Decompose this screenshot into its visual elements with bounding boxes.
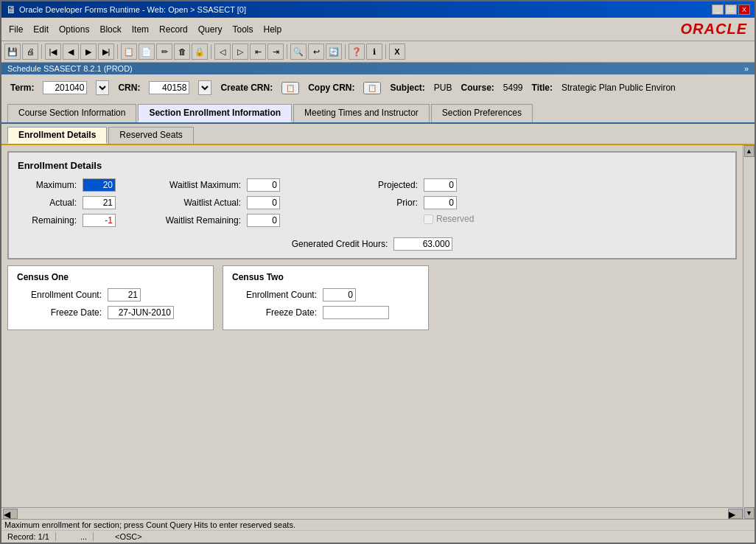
menu-query[interactable]: Query (194, 23, 227, 36)
toolbar-btn-2[interactable]: ◀ (63, 43, 79, 60)
record-status: Record: 1/1 (4, 532, 56, 541)
toolbar-btn-7[interactable]: ✏ (156, 43, 172, 60)
toolbar-btn-12[interactable]: ⇤ (250, 43, 266, 60)
toolbar-btn-13[interactable]: ⇥ (267, 43, 284, 60)
prior-input[interactable] (424, 196, 457, 209)
tab-enrollment-details[interactable]: Enrollment Details (7, 127, 107, 144)
projected-label: Projected: (366, 180, 418, 190)
main-content: Enrollment Details Maximum: Actual: (1, 145, 743, 507)
waitlist-remaining-input[interactable] (247, 214, 280, 227)
content-area: Enrollment Details Maximum: Actual: (1, 145, 755, 519)
oracle-logo: ORACLE (681, 21, 747, 38)
waitlist-max-row: Waitlist Maximum: (145, 178, 337, 192)
census-one-freeze-input[interactable] (108, 306, 174, 319)
waitlist-actual-label: Waitlist Actual: (145, 198, 241, 208)
app-window: 🖥 Oracle Developer Forms Runtime - Web: … (0, 0, 756, 544)
tab-course-section[interactable]: Course Section Information (7, 104, 136, 122)
tab-section-preferences[interactable]: Section Preferences (431, 104, 533, 122)
census-two-freeze-row: Freeze Date: (232, 306, 419, 319)
toolbar-btn-18[interactable]: ℹ (366, 43, 382, 60)
maximize-button[interactable]: □ (725, 4, 737, 15)
toolbar-btn-15[interactable]: ↩ (308, 43, 324, 60)
toolbar-btn-3[interactable]: ▶ (80, 43, 97, 60)
toolbar-btn-5[interactable]: 📋 (121, 43, 137, 60)
crn-input[interactable] (149, 81, 189, 94)
toolbar-btn-9[interactable]: 🔒 (192, 43, 208, 60)
tab-meeting-times[interactable]: Meeting Times and Instructor (293, 104, 430, 122)
generated-credit-row: Generated Credit Hours: (18, 237, 727, 251)
actual-input[interactable] (83, 196, 116, 209)
vertical-scrollbar[interactable]: ▲ ▼ (743, 145, 755, 519)
toolbar-save-btn[interactable]: 💾 (4, 43, 21, 60)
maximum-row: Maximum: (18, 178, 116, 192)
toolbar-btn-11[interactable]: ▷ (232, 43, 248, 60)
close-button[interactable]: X (738, 4, 750, 15)
toolbar-sep-2 (117, 44, 118, 59)
census-two-count-row: Enrollment Count: (232, 288, 419, 301)
waitlist-max-input[interactable] (247, 178, 280, 192)
toolbar-btn-1[interactable]: |◀ (45, 43, 61, 60)
minimize-button[interactable]: _ (712, 4, 724, 15)
scroll-down-btn[interactable]: ▼ (744, 507, 755, 519)
menu-edit[interactable]: Edit (29, 23, 53, 36)
generated-credit-input[interactable] (393, 237, 452, 251)
projected-input[interactable] (424, 178, 457, 192)
maximum-input[interactable] (83, 178, 116, 192)
remaining-row: Remaining: (18, 214, 116, 227)
crn-dropdown[interactable] (198, 80, 211, 95)
census-one-count-row: Enrollment Count: (17, 288, 204, 301)
census-one-count-input[interactable] (108, 288, 141, 301)
form-header: Term: CRN: Create CRN: 📋 Copy CRN: 📋 Sub… (1, 74, 755, 101)
toolbar-btn-14[interactable]: 🔍 (290, 43, 307, 60)
tab-reserved-seats[interactable]: Reserved Seats (108, 127, 193, 144)
term-input[interactable] (43, 81, 87, 94)
scroll-left-btn[interactable]: ◀ (3, 509, 18, 519)
toolbar-exit-btn[interactable]: X (389, 43, 405, 60)
status-bottom: Record: 1/1 ... <OSC> (1, 530, 755, 543)
projected-row: Projected: (366, 178, 474, 192)
tab-section-enrollment[interactable]: Section Enrollment Information (138, 104, 292, 122)
toolbar-btn-10[interactable]: ◁ (214, 43, 231, 60)
term-dropdown[interactable] (96, 80, 109, 95)
menu-options[interactable]: Options (55, 23, 94, 36)
toolbar-print-btn[interactable]: 🖨 (22, 43, 38, 60)
menu-bar: File Edit Options Block Item Record Quer… (1, 18, 673, 41)
menu-help[interactable]: Help (259, 23, 286, 36)
copy-crn-btn[interactable]: 📋 (363, 82, 381, 94)
oracle-logo-area: ORACLE (673, 18, 755, 41)
title-bar-controls: _ □ X (712, 4, 750, 15)
menu-record[interactable]: Record (155, 23, 192, 36)
waitlist-actual-input[interactable] (247, 196, 280, 209)
census-one-count-label: Enrollment Count: (17, 290, 102, 300)
remaining-label: Remaining: (18, 215, 77, 226)
toolbar-btn-16[interactable]: 🔄 (326, 43, 342, 60)
remaining-input[interactable] (83, 214, 116, 227)
crn-label: CRN: (118, 83, 140, 93)
enrollment-details-title: Enrollment Details (18, 160, 727, 171)
census-two-count-input[interactable] (323, 288, 356, 301)
scrollbar-track (18, 511, 728, 517)
reserved-label: Reserved (436, 214, 474, 224)
toolbar-btn-8[interactable]: 🗑 (174, 43, 190, 60)
menu-tools[interactable]: Tools (228, 23, 257, 36)
toolbar-btn-6[interactable]: 📄 (139, 43, 155, 60)
horizontal-scrollbar[interactable]: ◀ ▶ (1, 507, 743, 519)
toolbar-btn-17[interactable]: ❓ (349, 43, 365, 60)
toolbar: 💾 🖨 |◀ ◀ ▶ ▶| 📋 📄 ✏ 🗑 🔒 ◁ ▷ ⇤ ⇥ 🔍 ↩ 🔄 ❓ … (1, 41, 755, 63)
menu-block[interactable]: Block (95, 23, 125, 36)
census-two-freeze-input[interactable] (323, 306, 389, 319)
reserved-row: Reserved (366, 214, 474, 224)
subtitle-text: Schedule SSASECT 8.2.1 (PROD) (7, 64, 133, 73)
toolbar-btn-4[interactable]: ▶| (98, 43, 114, 60)
enroll-col-3: Projected: Prior: R (366, 178, 474, 229)
enroll-col-2: Waitlist Maximum: Waitlist Actual: Waitl… (145, 178, 337, 231)
waitlist-max-label: Waitlist Maximum: (145, 180, 241, 190)
osc-status: <OSC> (115, 532, 142, 541)
menu-item[interactable]: Item (127, 23, 153, 36)
create-crn-btn[interactable]: 📋 (281, 82, 299, 94)
copy-crn-label: Copy CRN: (308, 83, 354, 93)
reserved-checkbox[interactable] (424, 215, 433, 224)
menu-file[interactable]: File (4, 23, 27, 36)
scroll-up-btn[interactable]: ▲ (744, 145, 755, 157)
scroll-right-btn[interactable]: ▶ (728, 509, 743, 519)
